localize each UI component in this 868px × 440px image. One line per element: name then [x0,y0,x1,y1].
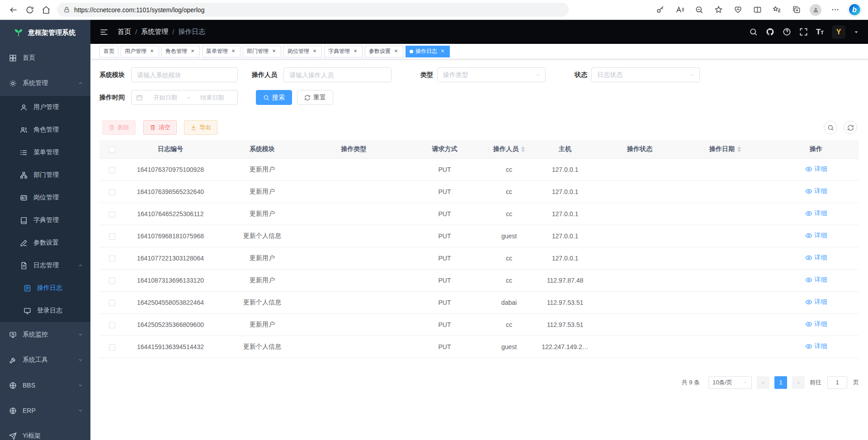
date-range-picker[interactable]: 开始日期 - 结束日期 [131,90,238,105]
sidebar-item-roles[interactable]: 角色管理 [0,118,90,141]
collections-button[interactable] [788,2,804,18]
tab-岗位管理[interactable]: 岗位管理× [283,46,322,57]
row-checkbox[interactable] [109,189,115,195]
browser-reload-button[interactable] [22,2,38,18]
sort-carets-icon[interactable] [737,145,741,154]
sidebar-item-dictionary[interactable]: 字典管理 [0,209,90,232]
add-favorite-button[interactable] [710,2,726,18]
user-avatar[interactable]: Y [832,25,845,39]
detail-link[interactable]: 详细 [805,187,827,195]
sidebar-item-menus[interactable]: 菜单管理 [0,141,90,164]
page-size-select[interactable]: 10条/页 [708,376,752,389]
export-button[interactable]: 导出 [184,120,217,135]
close-tab-icon[interactable]: × [271,48,277,55]
current-page-button[interactable]: 1 [774,376,787,389]
refresh-table-button[interactable] [844,121,857,134]
tab-部门管理[interactable]: 部门管理× [243,46,281,57]
detail-link[interactable]: 详细 [805,209,827,218]
status-select[interactable]: 日志状态 [591,67,700,82]
detail-link[interactable]: 详细 [805,232,827,240]
search-button[interactable]: 搜索 [256,90,292,105]
tab-首页[interactable]: 首页 [99,46,118,57]
breadcrumb-system[interactable]: 系统管理 [141,28,168,36]
font-size-button[interactable]: TT [816,28,824,36]
browser-essentials-button[interactable] [730,2,746,18]
sidebar-item-bbs[interactable]: BBS [0,373,90,398]
clear-button[interactable]: 清空 [143,120,177,135]
password-key-button[interactable] [652,2,668,18]
sidebar-item-erp[interactable]: ERP [0,398,90,423]
row-checkbox[interactable] [109,255,115,262]
sidebar-item-home[interactable]: 首页 [0,45,90,71]
browser-menu-button[interactable] [827,2,843,18]
close-tab-icon[interactable]: × [189,48,196,55]
fullscreen-button[interactable] [799,28,808,36]
sidebar-item-users[interactable]: 用户管理 [0,96,90,118]
sidebar-item-tools[interactable]: 系统工具 [0,347,90,373]
favorites-button[interactable] [769,2,785,18]
detail-link[interactable]: 详细 [805,254,827,262]
row-checkbox[interactable] [109,278,115,284]
delete-button[interactable]: 删除 [102,120,136,135]
row-checkbox[interactable] [109,211,115,218]
sidebar-item-operation-log[interactable]: 操作日志 [0,277,90,299]
browser-home-button[interactable] [38,2,54,18]
avatar-dropdown-button[interactable] [854,28,859,36]
browser-back-button[interactable] [5,2,22,18]
address-bar[interactable]: https://ccnetcore.com:1101/system/log/op… [57,3,569,17]
tab-操作日志[interactable]: 操作日志× [406,46,450,57]
row-checkbox[interactable] [109,322,115,328]
read-aloud-button[interactable] [671,2,688,18]
zoom-button[interactable] [691,2,707,18]
goto-page-input[interactable] [827,376,847,389]
row-checkbox[interactable] [109,167,115,173]
close-tab-icon[interactable]: × [439,48,446,55]
tab-字典管理[interactable]: 字典管理× [324,46,363,57]
tab-用户管理[interactable]: 用户管理× [121,46,159,57]
sidebar-collapse-button[interactable] [99,28,108,37]
header-search-button[interactable] [749,28,758,36]
select-all-checkbox[interactable] [109,147,115,153]
sidebar-item-login-log[interactable]: 登录日志 [0,299,90,322]
tab-角色管理[interactable]: 角色管理× [161,46,200,57]
reset-button[interactable]: 重置 [297,90,333,105]
close-tab-icon[interactable]: × [352,48,359,55]
sidebar-item-system[interactable]: 系统管理 [0,71,90,96]
breadcrumb-home[interactable]: 首页 [118,28,131,36]
close-tab-icon[interactable]: × [230,48,236,55]
browser-profile-button[interactable] [807,2,824,18]
split-screen-button[interactable] [749,2,765,18]
row-checkbox[interactable] [109,344,115,350]
detail-link[interactable]: 详细 [805,342,827,350]
col-operator[interactable]: 操作人员 [490,140,528,158]
sidebar-item-log-management[interactable]: 日志管理 [0,254,90,277]
close-tab-icon[interactable]: × [393,48,399,55]
row-checkbox[interactable] [109,300,115,306]
close-tab-icon[interactable]: × [311,48,318,55]
sort-carets-icon[interactable] [521,145,525,154]
tab-菜单管理[interactable]: 菜单管理× [202,46,241,57]
detail-link[interactable]: 详细 [805,165,827,173]
tab-参数设置[interactable]: 参数设置× [365,46,403,57]
detail-link[interactable]: 详细 [805,298,827,306]
col-date[interactable]: 操作日期 [677,140,773,158]
prev-page-button[interactable]: ‹ [757,376,769,389]
sidebar-item-departments[interactable]: 部门管理 [0,164,90,186]
sidebar-item-monitoring[interactable]: 系统监控 [0,322,90,347]
module-input[interactable] [131,67,238,82]
github-button[interactable] [766,28,774,36]
close-tab-icon[interactable]: × [149,48,155,55]
detail-link[interactable]: 详细 [805,276,827,284]
sidebar-item-parameters[interactable]: 参数设置 [0,232,90,254]
next-page-button[interactable]: › [792,376,805,389]
detail-link[interactable]: 详细 [805,320,827,328]
app-logo[interactable]: 意框架管理系统 [0,20,90,45]
operator-input[interactable] [283,67,392,82]
sidebar-item-posts[interactable]: 岗位管理 [0,186,90,209]
row-checkbox[interactable] [109,233,115,240]
sidebar-item-yi-framework[interactable]: Yi框架 [0,423,90,440]
copilot-bing-button[interactable]: b [846,2,863,18]
type-select[interactable]: 操作类型 [437,67,546,82]
help-button[interactable] [783,28,791,36]
toggle-search-button[interactable] [824,121,837,134]
